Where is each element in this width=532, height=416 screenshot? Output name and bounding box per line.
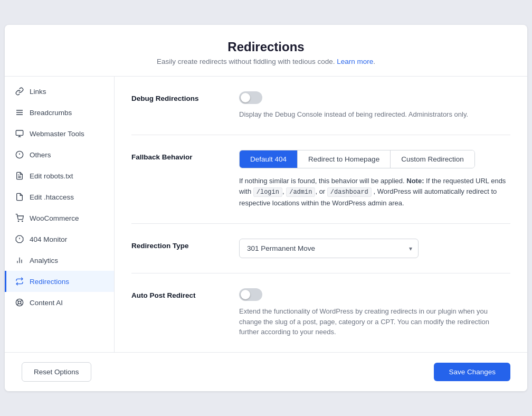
htaccess-icon: [15, 192, 24, 202]
redirection-type-select[interactable]: 301 Permanent Move 302 Temporary Redirec…: [239, 239, 419, 258]
debug-redirections-section: Debug Redirections Display the Debug Con…: [131, 77, 510, 135]
auto-post-redirect-section: Auto Post Redirect Extend the functional…: [131, 273, 510, 352]
fallback-button-group: Default 404 Redirect to Homepage Custom …: [239, 150, 475, 168]
page-header: Redirections Easily create redirects wit…: [5, 25, 527, 77]
sidebar-item-content-ai[interactable]: Content AI: [5, 292, 114, 313]
analytics-icon: [15, 256, 24, 265]
sidebar-label-analytics: Analytics: [30, 257, 58, 264]
fallback-default404-button[interactable]: Default 404: [240, 150, 298, 168]
sidebar-label-redirections: Redirections: [30, 278, 69, 286]
webmaster-icon: [15, 129, 24, 138]
redirection-type-control: 301 Permanent Move 302 Temporary Redirec…: [239, 239, 510, 258]
reset-options-button[interactable]: Reset Options: [22, 362, 91, 382]
page-title: Redirections: [15, 40, 517, 54]
sidebar-item-others[interactable]: Others: [5, 144, 114, 165]
debug-redirections-control: Display the Debug Console instead of bei…: [239, 91, 510, 120]
fallback-info-text: If nothing similar is found, this behavi…: [239, 176, 510, 209]
svg-point-20: [18, 301, 21, 304]
auto-post-redirect-description: Extend the functionality of WordPress by…: [239, 306, 510, 337]
sidebar-item-links[interactable]: Links: [5, 81, 114, 102]
woo-icon: [15, 213, 24, 223]
sidebar-label-others: Others: [30, 151, 51, 159]
sidebar-label-404-monitor: 404 Monitor: [30, 235, 67, 243]
debug-redirections-label: Debug Redirections: [131, 91, 226, 102]
sidebar-label-webmaster-tools: Webmaster Tools: [30, 130, 84, 138]
sidebar-label-content-ai: Content AI: [30, 299, 63, 307]
toggle-track-auto: [239, 288, 262, 301]
breadcrumb-icon: [15, 108, 24, 117]
fallback-behavior-label: Fallback Behavior: [131, 150, 226, 161]
toggle-track-debug: [239, 91, 262, 104]
sidebar-label-edit-robots: Edit robots.txt: [30, 172, 73, 180]
svg-line-24: [17, 304, 18, 305]
toggle-thumb-auto: [241, 290, 250, 299]
redirection-type-section: Redirection Type 301 Permanent Move 302 …: [131, 224, 510, 273]
auto-post-redirect-label: Auto Post Redirect: [131, 288, 226, 299]
sidebar: Links Breadcrumbs: [5, 77, 115, 352]
sidebar-item-woocommerce[interactable]: WooCommerce: [5, 207, 114, 229]
main-content: Debug Redirections Display the Debug Con…: [115, 77, 527, 352]
toggle-thumb-debug: [241, 93, 250, 102]
sidebar-item-breadcrumbs[interactable]: Breadcrumbs: [5, 102, 114, 123]
sidebar-label-edit-htaccess: Edit .htaccess: [30, 193, 74, 201]
redirection-type-label: Redirection Type: [131, 239, 226, 250]
sidebar-label-links: Links: [30, 88, 46, 96]
auto-post-redirect-control: Extend the functionality of WordPress by…: [239, 288, 510, 337]
sidebar-item-404-monitor[interactable]: 404 Monitor: [5, 229, 114, 250]
svg-rect-3: [16, 130, 23, 135]
redirections-icon: [15, 277, 24, 286]
sidebar-item-edit-htaccess[interactable]: Edit .htaccess: [5, 186, 114, 207]
fallback-behavior-section: Fallback Behavior Default 404 Redirect t…: [131, 135, 510, 224]
sidebar-item-webmaster-tools[interactable]: Webmaster Tools: [5, 123, 114, 144]
robots-icon: [15, 171, 24, 181]
ai-icon: [15, 298, 24, 307]
others-icon: [15, 150, 24, 159]
sidebar-label-woocommerce: WooCommerce: [30, 214, 79, 222]
auto-post-redirect-toggle[interactable]: [239, 288, 262, 301]
svg-line-22: [21, 304, 22, 305]
sidebar-label-breadcrumbs: Breadcrumbs: [30, 109, 72, 117]
redirection-type-select-wrapper: 301 Permanent Move 302 Temporary Redirec…: [239, 239, 419, 258]
svg-line-21: [17, 300, 18, 301]
monitor-icon: [15, 234, 24, 244]
debug-redirections-description: Display the Debug Console instead of bei…: [239, 109, 510, 120]
fallback-custom-redirection-button[interactable]: Custom Redirection: [391, 150, 474, 168]
svg-point-12: [22, 221, 23, 221]
sidebar-item-analytics[interactable]: Analytics: [5, 250, 114, 271]
footer-bar: Reset Options Save Changes: [5, 352, 527, 391]
learn-more-link[interactable]: Learn more: [337, 58, 373, 65]
save-changes-button[interactable]: Save Changes: [434, 363, 510, 381]
svg-line-23: [21, 300, 22, 301]
link-icon: [15, 87, 24, 96]
sidebar-item-edit-robots[interactable]: Edit robots.txt: [5, 165, 114, 186]
fallback-redirect-homepage-button[interactable]: Redirect to Homepage: [298, 150, 391, 168]
page-subtitle: Easily create redirects without fiddling…: [15, 58, 517, 65]
sidebar-item-redirections[interactable]: Redirections: [5, 271, 114, 292]
debug-redirections-toggle[interactable]: [239, 91, 262, 104]
svg-point-11: [18, 221, 18, 221]
fallback-behavior-control: Default 404 Redirect to Homepage Custom …: [239, 150, 510, 209]
